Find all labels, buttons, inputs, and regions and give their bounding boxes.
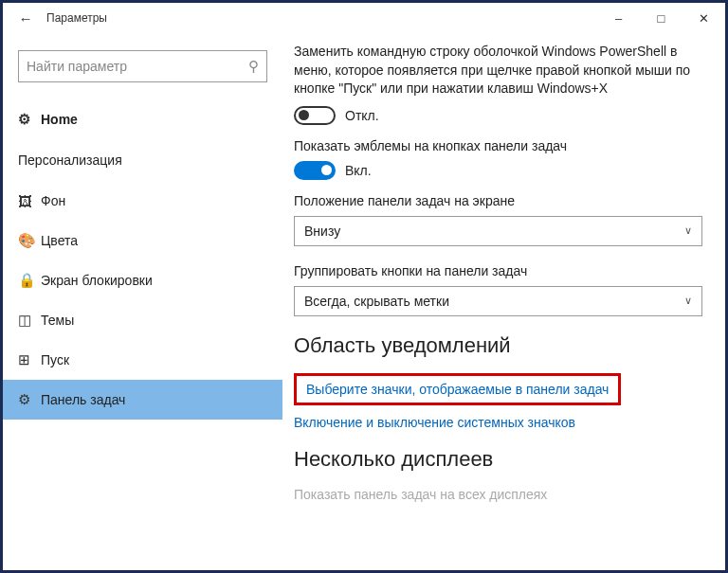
search-icon: ⚲ bbox=[248, 58, 259, 75]
minimize-button[interactable]: – bbox=[597, 3, 640, 33]
badges-toggle[interactable] bbox=[294, 161, 336, 180]
taskbar-icon: ⚙ bbox=[18, 391, 41, 408]
lock-icon: 🔒 bbox=[18, 272, 41, 289]
powershell-toggle[interactable] bbox=[294, 106, 336, 125]
powershell-description: Заменить командную строку оболочкой Wind… bbox=[294, 43, 702, 98]
multiple-displays-desc: Показать панель задач на всех дисплеях bbox=[294, 487, 702, 502]
gear-icon: ⚙ bbox=[18, 111, 41, 128]
badges-toggle-row: Вкл. bbox=[294, 161, 702, 180]
titlebar: ← Параметры – □ ✕ bbox=[3, 3, 725, 33]
chevron-down-icon: ∨ bbox=[684, 295, 692, 307]
sidebar-item-taskbar[interactable]: ⚙ Панель задач bbox=[3, 380, 282, 420]
sidebar-group-label: Персонализация bbox=[3, 147, 282, 181]
highlighted-link-box: Выберите значки, отображаемые в панели з… bbox=[294, 373, 621, 405]
toggle-state-label: Вкл. bbox=[345, 163, 372, 178]
main-panel: Заменить командную строку оболочкой Wind… bbox=[282, 33, 725, 570]
search-input[interactable]: ⚲ bbox=[18, 50, 267, 82]
back-button[interactable]: ← bbox=[10, 10, 41, 27]
notification-area-heading: Область уведомлений bbox=[294, 333, 702, 358]
sidebar-item-themes[interactable]: ◫ Темы bbox=[3, 300, 282, 340]
sidebar-item-start[interactable]: ⊞ Пуск bbox=[3, 340, 282, 380]
grouping-dropdown[interactable]: Всегда, скрывать метки ∨ bbox=[294, 286, 702, 316]
powershell-toggle-row: Откл. bbox=[294, 106, 702, 125]
grouping-label: Группировать кнопки на панели задач bbox=[294, 263, 702, 278]
sidebar-item-label: Темы bbox=[41, 313, 74, 328]
position-label: Положение панели задач на экране bbox=[294, 193, 702, 208]
sidebar-home[interactable]: ⚙ Home bbox=[3, 99, 282, 139]
window-controls: – □ ✕ bbox=[597, 3, 725, 33]
multiple-displays-heading: Несколько дисплеев bbox=[294, 447, 702, 472]
dropdown-value: Внизу bbox=[304, 224, 340, 239]
sidebar-item-label: Фон bbox=[41, 193, 65, 208]
toggle-knob bbox=[321, 165, 332, 175]
close-button[interactable]: ✕ bbox=[682, 3, 725, 33]
chevron-down-icon: ∨ bbox=[684, 224, 692, 237]
palette-icon: 🎨 bbox=[18, 232, 41, 249]
window-title: Параметры bbox=[41, 11, 107, 25]
select-icons-link[interactable]: Выберите значки, отображаемые в панели з… bbox=[306, 382, 609, 397]
system-icons-link[interactable]: Включение и выключение системных значков bbox=[294, 415, 702, 430]
sidebar-item-label: Пуск bbox=[41, 352, 69, 367]
toggle-state-label: Откл. bbox=[345, 108, 379, 123]
sidebar-item-lockscreen[interactable]: 🔒 Экран блокировки bbox=[3, 260, 282, 300]
picture-icon: 🖼 bbox=[18, 193, 41, 209]
position-dropdown[interactable]: Внизу ∨ bbox=[294, 216, 702, 246]
start-icon: ⊞ bbox=[18, 351, 41, 368]
badges-label: Показать эмблемы на кнопках панели задач bbox=[294, 138, 702, 153]
maximize-button[interactable]: □ bbox=[640, 3, 682, 33]
home-label: Home bbox=[41, 112, 78, 127]
sidebar-item-background[interactable]: 🖼 Фон bbox=[3, 181, 282, 221]
themes-icon: ◫ bbox=[18, 312, 41, 329]
sidebar-item-colors[interactable]: 🎨 Цвета bbox=[3, 221, 282, 260]
sidebar: ⚲ ⚙ Home Персонализация 🖼 Фон 🎨 Цвета 🔒 … bbox=[3, 33, 282, 570]
sidebar-item-label: Цвета bbox=[41, 233, 78, 248]
toggle-knob bbox=[299, 110, 309, 120]
content-area: ⚲ ⚙ Home Персонализация 🖼 Фон 🎨 Цвета 🔒 … bbox=[3, 33, 725, 570]
dropdown-value: Всегда, скрывать метки bbox=[304, 294, 449, 309]
sidebar-item-label: Экран блокировки bbox=[41, 273, 153, 288]
search-field[interactable] bbox=[27, 59, 248, 74]
sidebar-item-label: Панель задач bbox=[41, 392, 125, 407]
